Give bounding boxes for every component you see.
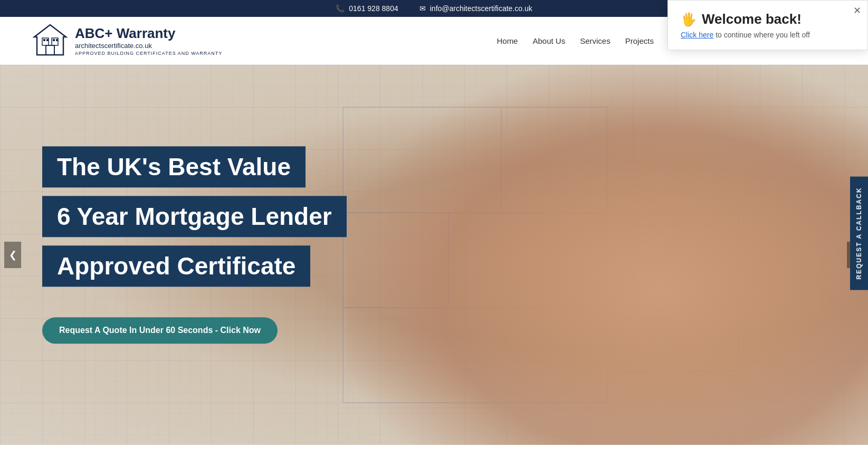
svg-rect-5 — [43, 39, 45, 41]
slider-prev-button[interactable]: ❮ — [4, 242, 21, 268]
email-item[interactable]: ✉ info@architectscertificate.co.uk — [419, 4, 532, 13]
hero-headline-1: The UK's Best Value — [42, 146, 306, 187]
nav-about[interactable]: About Us — [532, 36, 565, 45]
nav-projects[interactable]: Projects — [625, 36, 654, 45]
logo-icon — [32, 22, 69, 59]
svg-rect-6 — [46, 39, 49, 41]
hero-content: The UK's Best Value 6 Year Mortgage Lend… — [42, 146, 347, 344]
popup-close-button[interactable]: ✕ — [853, 5, 861, 16]
email-address[interactable]: info@architectscertificate.co.uk — [430, 4, 532, 13]
nav-home[interactable]: Home — [497, 36, 518, 45]
popup-title: 🖐 Welcome back! — [681, 11, 855, 27]
popup-body-continuation: to continue where you left off — [716, 31, 810, 39]
hero-headline-3: Approved Certificate — [42, 245, 310, 287]
popup-title-text: Welcome back! — [702, 11, 802, 27]
logo-sub-text: architectscertificate.co.uk — [75, 42, 222, 50]
svg-rect-7 — [53, 39, 55, 41]
wave-icon: 🖐 — [681, 12, 697, 27]
popup-link[interactable]: Click here — [681, 31, 713, 39]
hero-headline-2: 6 Year Mortgage Lender — [42, 196, 347, 237]
email-icon: ✉ — [419, 4, 426, 13]
logo-text: ABC+ Warranty architectscertificate.co.u… — [75, 25, 222, 56]
logo-tagline-text: APPROVED BUILDING CERTIFICATES AND WARRA… — [75, 51, 222, 56]
phone-number[interactable]: 0161 928 8804 — [349, 4, 398, 13]
phone-icon: 📞 — [336, 4, 345, 13]
nav-services[interactable]: Services — [580, 36, 611, 45]
welcome-popup: ✕ 🖐 Welcome back! Click here to continue… — [667, 0, 868, 50]
logo-main-text: ABC+ Warranty — [75, 25, 222, 42]
svg-rect-8 — [56, 39, 58, 41]
logo[interactable]: ABC+ Warranty architectscertificate.co.u… — [32, 22, 222, 59]
phone-item[interactable]: 📞 0161 928 8804 — [336, 4, 398, 13]
popup-body: Click here to continue where you left of… — [681, 31, 855, 39]
hero-cta-button[interactable]: Request A Quote In Under 60 Seconds - Cl… — [42, 317, 278, 344]
hero-section: The UK's Best Value 6 Year Mortgage Lend… — [0, 65, 868, 445]
side-callback-button[interactable]: REQUEST A CALLBACK — [850, 176, 868, 290]
